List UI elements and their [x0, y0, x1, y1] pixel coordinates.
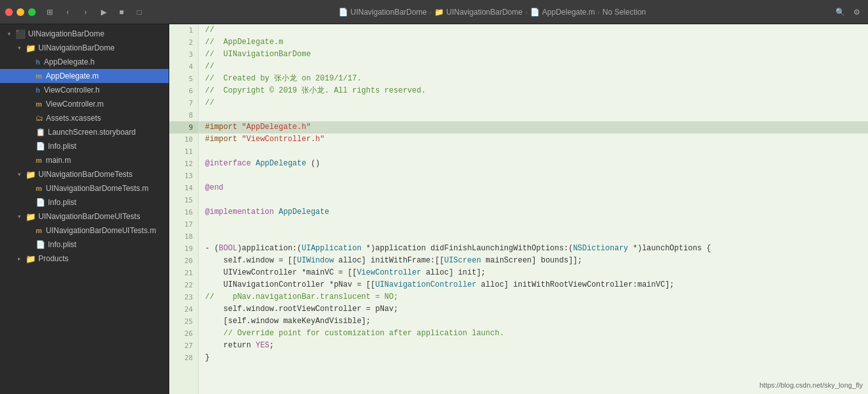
sidebar-item-file-appdel-h[interactable]: hAppDelegate.h: [0, 55, 169, 69]
sidebar-item-label: AppDelegate.m: [46, 72, 99, 80]
sidebar-item-label: UINavigationBarDome: [38, 43, 114, 52]
sidebar-item-group-main[interactable]: 📁UINavigationBarDome: [0, 41, 169, 55]
line-num-23: 23: [169, 291, 198, 303]
sidebar-item-label: UINavigationBarDomeUITests.m: [46, 226, 156, 235]
breadcrumb-folder[interactable]: UINavigationBarDome: [446, 8, 522, 17]
code-line-10: #import "ViewController.h": [199, 133, 868, 146]
line-num-1: 1: [169, 24, 198, 36]
sidebar-item-file-info[interactable]: 📄Info.plist: [0, 139, 169, 153]
sidebar-item-label: ViewController.m: [46, 100, 103, 109]
line-num-27: 27: [169, 340, 198, 352]
forward-icon[interactable]: ›: [79, 6, 92, 19]
line-num-3: 3: [169, 49, 198, 61]
code-line-4: //: [199, 61, 868, 73]
breadcrumb-sep-2: ›: [525, 8, 528, 16]
line-num-11: 11: [169, 146, 198, 158]
minimize-button[interactable]: [17, 8, 24, 16]
line-num-16: 16: [169, 206, 198, 218]
line-num-14: 14: [169, 182, 198, 194]
sidebar-item-label: Info.plist: [48, 198, 77, 207]
line-num-12: 12: [169, 158, 198, 170]
m-file-icon: m: [36, 185, 42, 192]
sidebar-item-file-viewcon-h[interactable]: hViewController.h: [0, 83, 169, 97]
sidebar-item-file-tests-info[interactable]: 📄Info.plist: [0, 195, 169, 209]
toolbar-icons: ⊞ ‹ › ▶ ■ □: [43, 6, 146, 19]
line-num-6: 6: [169, 85, 198, 97]
breadcrumb-project[interactable]: UINavigationBarDome: [351, 8, 427, 17]
h-file-icon: h: [36, 58, 40, 66]
code-content[interactable]: 1234567891011121314151617181920212223242…: [169, 24, 868, 394]
sidebar-item-file-assets[interactable]: 🗂Assets.xcassets: [0, 111, 169, 125]
disclosure-icon: [5, 31, 13, 37]
code-line-14: @end: [199, 182, 868, 194]
m-file-icon: m: [36, 227, 42, 234]
sidebar-item-label: Products: [38, 254, 68, 263]
m-file-icon: m: [36, 156, 42, 164]
stop-icon[interactable]: ■: [115, 6, 128, 19]
line-num-9: 9: [169, 121, 198, 133]
sidebar-toggle-icon[interactable]: ⊞: [43, 6, 56, 19]
code-line-25: [self.window makeKeyAndVisible];: [199, 315, 868, 328]
breadcrumb-sep-1: ›: [429, 8, 432, 16]
sidebar-item-file-uitests-m[interactable]: mUINavigationBarDomeUITests.m: [0, 224, 169, 238]
breadcrumb-file-icon2: 📄: [530, 8, 540, 17]
disclosure-icon: [15, 45, 23, 51]
disclosure-icon: [15, 213, 23, 220]
sidebar-item-group-products[interactable]: 📁Products: [0, 252, 169, 266]
sidebar-item-group-uitests[interactable]: 📁UINavigationBarDomeUITests: [0, 209, 169, 224]
line-num-26: 26: [169, 328, 198, 340]
line-num-18: 18: [169, 231, 198, 243]
code-line-2: // AppDelegate.m: [199, 36, 868, 49]
breadcrumb-no-selection: No Selection: [602, 8, 646, 17]
code-line-24: self.window.rootViewController = pNav;: [199, 303, 868, 315]
sidebar-item-root-project[interactable]: ⬛UINavigationBarDome: [0, 27, 169, 41]
close-button[interactable]: [5, 8, 13, 16]
breadcrumb: 📄 UINavigationBarDome › 📁 UINavigationBa…: [151, 8, 834, 17]
code-lines: //// AppDelegate.m// UINavigationBarDome…: [199, 24, 868, 394]
settings-icon[interactable]: ⚙: [850, 6, 863, 19]
line-num-13: 13: [169, 170, 198, 182]
sidebar-item-label: UINavigationBarDomeTests.m: [46, 184, 149, 193]
sidebar-item-group-tests[interactable]: 📁UINavigationBarDomeTests: [0, 167, 169, 181]
code-line-17: [199, 218, 868, 231]
back-icon[interactable]: ‹: [61, 6, 74, 19]
line-numbers: 1234567891011121314151617181920212223242…: [169, 24, 199, 394]
code-line-8: [199, 109, 868, 121]
run-icon[interactable]: ▶: [97, 6, 110, 19]
storyboard-icon: 📋: [36, 128, 45, 137]
maximize-button[interactable]: [28, 8, 36, 16]
plist-icon: 📄: [36, 240, 45, 249]
search-icon[interactable]: 🔍: [834, 6, 846, 19]
line-num-19: 19: [169, 243, 198, 255]
code-line-23: // pNav.navigationBar.translucent = NO;: [199, 291, 868, 303]
code-line-5: // Created by 张小龙 on 2019/1/17.: [199, 73, 868, 85]
sidebar-item-file-uitests-info[interactable]: 📄Info.plist: [0, 238, 169, 252]
code-line-19: - (BOOL)application:(UIApplication *)app…: [199, 243, 868, 255]
sidebar-item-file-tests-m[interactable]: mUINavigationBarDomeTests.m: [0, 181, 169, 195]
code-line-15: [199, 194, 868, 206]
breadcrumb-file[interactable]: AppDelegate.m: [542, 8, 595, 17]
sidebar-item-file-launch[interactable]: 📋LaunchScreen.storyboard: [0, 125, 169, 139]
watermark: https://blog.csdn.net/sky_long_fly: [759, 381, 863, 389]
scheme-icon[interactable]: □: [133, 6, 146, 19]
assets-icon: 🗂: [36, 114, 43, 123]
plist-icon: 📄: [36, 142, 45, 151]
line-num-21: 21: [169, 267, 198, 279]
sidebar-item-label: LaunchScreen.storyboard: [48, 128, 135, 137]
code-line-20: self.window = [[UIWindow alloc] initWith…: [199, 255, 868, 267]
sidebar-item-label: AppDelegate.h: [44, 57, 95, 66]
line-num-15: 15: [169, 194, 198, 206]
code-line-13: [199, 170, 868, 182]
code-line-27: return YES;: [199, 340, 868, 352]
code-line-1: //: [199, 24, 868, 36]
folder-icon: 📁: [26, 43, 36, 53]
sidebar-item-file-main[interactable]: mmain.m: [0, 153, 169, 167]
code-line-28: }: [199, 352, 868, 364]
sidebar-item-file-appdel-m[interactable]: mAppDelegate.m: [0, 69, 169, 83]
disclosure-icon: [15, 255, 23, 262]
code-line-9: #import "AppDelegate.h": [199, 121, 868, 133]
traffic-lights: [5, 8, 36, 16]
sidebar-item-file-viewcon-m[interactable]: mViewController.m: [0, 97, 169, 111]
sidebar-item-label: UINavigationBarDomeUITests: [38, 212, 140, 221]
code-line-11: [199, 146, 868, 158]
